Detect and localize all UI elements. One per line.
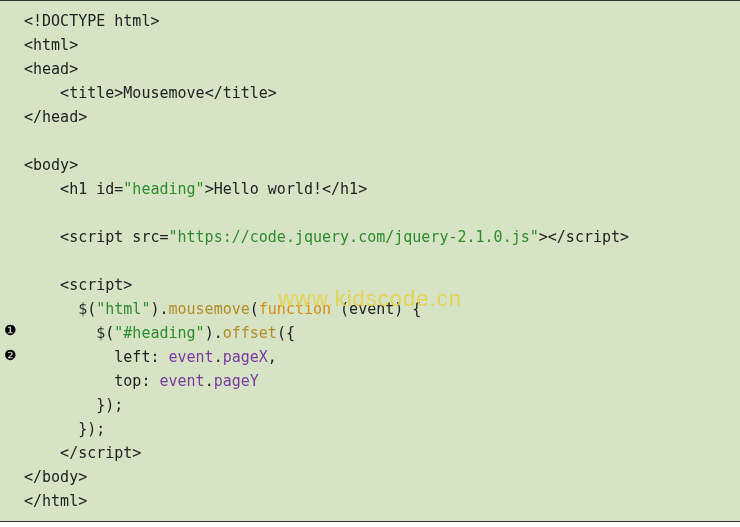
code-line: </html> xyxy=(24,492,87,510)
code-line: <title>Mousemove</title> xyxy=(24,84,277,102)
callout-1: ❶ xyxy=(4,319,17,341)
code-content: <!DOCTYPE html> <html> <head> <title>Mou… xyxy=(0,9,740,513)
callout-2: ❷ xyxy=(4,344,17,366)
code-line: $("#heading").offset({ xyxy=(24,324,295,342)
code-line: <h1 id="heading">Hello world!</h1> xyxy=(24,180,367,198)
code-line: $("html").mousemove(function (event) { xyxy=(24,300,421,318)
code-line: </script> xyxy=(24,444,141,462)
code-line: </body> xyxy=(24,468,87,486)
code-line: <body> xyxy=(24,156,78,174)
code-line: }); xyxy=(24,420,105,438)
code-line: <head> xyxy=(24,60,78,78)
code-line: <script src="https://code.jquery.com/jqu… xyxy=(24,228,629,246)
code-line: <!DOCTYPE html> xyxy=(24,12,159,30)
code-listing: ❶ ❷ www.kidscode.cn <!DOCTYPE html> <htm… xyxy=(0,0,740,522)
code-line: <html> xyxy=(24,36,78,54)
code-line: top: event.pageY xyxy=(24,372,259,390)
code-line: </head> xyxy=(24,108,87,126)
code-line: <script> xyxy=(24,276,132,294)
code-line: left: event.pageX, xyxy=(24,348,277,366)
code-line: }); xyxy=(24,396,123,414)
